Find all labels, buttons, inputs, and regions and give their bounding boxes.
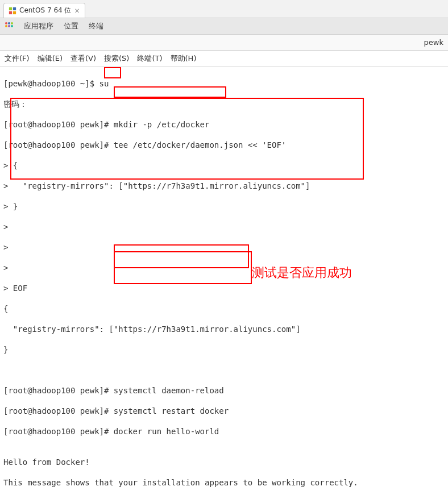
menu-applications[interactable]: 应用程序 [24,21,53,31]
terminal-titlebar: pewk [0,35,448,51]
terminal-body[interactable]: [pewk@hadoop100 ~]$ su 密码： [root@hadoop1… [0,67,448,503]
svg-point-6 [11,22,13,24]
terminal-line: [root@hadoop100 pewk]# tee /etc/docker/d… [3,140,445,150]
menu-terminal-item[interactable]: 终端(T) [137,53,162,64]
terminal-line: This message shows that your installatio… [3,477,445,488]
menu-terminal[interactable]: 终端 [89,21,103,31]
svg-point-7 [5,25,7,27]
menu-places[interactable]: 位置 [64,21,78,31]
svg-point-9 [11,25,13,27]
terminal-line: > "registry-mirrors": ["https://r7h3a9t1… [3,181,445,191]
window-tab-bar: CentOS 7 64 位 × [0,0,448,18]
terminal-line: [root@hadoop100 pewk]# systemctl daemon-… [3,385,445,396]
terminal-line: Hello from Docker! [3,457,445,467]
svg-point-5 [8,22,10,24]
menu-edit[interactable]: 编辑(E) [38,53,63,64]
terminal-line: > [3,242,445,252]
terminal-line: 密码： [3,99,445,109]
terminal-line: > } [3,201,445,211]
terminal-line: { [3,304,445,314]
terminal-line: [root@hadoop100 pewk]# docker run hello-… [3,426,445,437]
menu-search[interactable]: 搜索(S) [104,53,129,64]
centos-icon [9,7,16,15]
tab-title: CentOS 7 64 位 [19,6,71,15]
terminal-line: > [3,263,445,273]
os-menubar: 应用程序 位置 终端 [0,18,448,35]
terminal-line: } [3,344,445,355]
terminal-line: [root@hadoop100 pewk]# systemctl restart… [3,406,445,416]
menu-help[interactable]: 帮助(H) [171,53,197,64]
terminal-line: > EOF [3,283,445,293]
terminal-line: [root@hadoop100 pewk]# mkdir -p /etc/doc… [3,119,445,130]
vm-tab[interactable]: CentOS 7 64 位 × [3,3,85,18]
terminal-line: > [3,222,445,232]
svg-rect-0 [9,7,12,10]
svg-rect-2 [9,11,12,14]
menu-view[interactable]: 查看(V) [70,53,96,64]
terminal-line: [pewk@hadoop100 ~]$ su [3,78,445,89]
svg-rect-1 [13,7,16,10]
apps-icon [5,22,14,31]
terminal-menubar: 文件(F) 编辑(E) 查看(V) 搜索(S) 终端(T) 帮助(H) [0,51,448,67]
tab-close-icon[interactable]: × [74,7,80,15]
svg-point-8 [8,25,10,27]
terminal-line: > { [3,160,445,171]
svg-rect-3 [13,11,16,14]
terminal-line: "registry-mirrors": ["https://r7h3a9t1.m… [3,324,445,334]
svg-point-4 [5,22,7,24]
highlight-su [104,67,121,78]
titlebar-text: pewk [424,38,443,47]
menu-file[interactable]: 文件(F) [5,53,30,64]
